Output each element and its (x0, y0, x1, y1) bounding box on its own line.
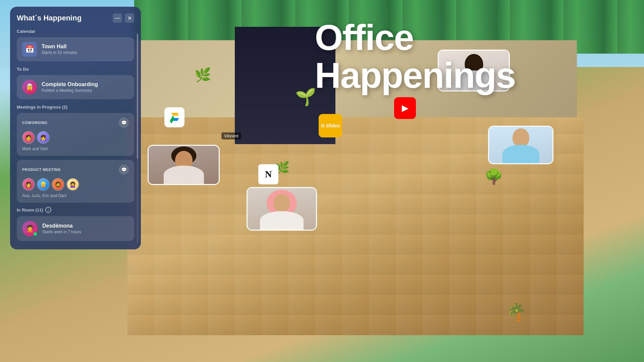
plant-icon-4: 🌳 (484, 168, 503, 185)
plant-icon-2: 🌱 (295, 87, 316, 107)
google-slides-icon: G Slides (319, 114, 342, 137)
todo-item-card[interactable]: 🧝 Complete Onboarding Publish a Meeting … (17, 75, 134, 99)
meeting-coworking-name: COWORKING (22, 121, 47, 125)
coworking-avatar-2: 👧 (37, 131, 50, 144)
in-room-avatar-wrap: 🧑‍🦱 (22, 221, 38, 236)
video-thumb-1 (438, 50, 510, 92)
meeting-product-chat-button[interactable]: 💬 (119, 165, 129, 175)
todo-info: Complete Onboarding Publish a Meeting Su… (42, 81, 98, 93)
youtube-icon: ▶ (394, 97, 416, 119)
calendar-event-info: Town Hall Starts in 52 minutes (42, 44, 77, 55)
meeting-coworking-members: Mark and Vish (22, 146, 129, 151)
meeting-product-header: PRODUCT MEETING 💬 (22, 165, 129, 175)
meeting-product-name: PRODUCT MEETING (22, 168, 61, 172)
product-avatar-1: 👩 (22, 178, 35, 191)
video-thumb-4 (247, 187, 317, 231)
coworking-avatar-1: 🧑 (22, 131, 35, 144)
meeting-product-card: PRODUCT MEETING 💬 👩 👱 🧔 👩‍🦱 Ana, JuJu, E… (17, 160, 134, 203)
calendar-event-subtitle: Starts in 52 minutes (42, 50, 77, 55)
meeting-coworking-chat-button[interactable]: 💬 (119, 118, 129, 128)
google-drive-icon (164, 107, 184, 127)
calendar-event-title: Town Hall (42, 44, 77, 50)
calendar-section-label: Calendar (17, 29, 134, 34)
product-avatar-3: 🧔 (52, 178, 64, 191)
scrollbar-thumb[interactable] (137, 34, 138, 159)
todo-subtitle: Publish a Meeting Summary (42, 88, 98, 93)
panel-header: What´s Happening — ✕ (17, 13, 134, 23)
meeting-product-members: Ana, JuJu, Eric and Dani (22, 193, 129, 198)
in-room-person-subtitle: Starts work in 7 hours (42, 230, 81, 234)
in-room-section-label: In Room (11) (17, 207, 43, 213)
panel-controls: — ✕ (113, 13, 134, 23)
calendar-emoji: 📅 (25, 45, 34, 54)
calendar-icon: 📅 (22, 42, 37, 57)
calendar-event-card[interactable]: 📅 Town Hall Starts in 52 minutes (17, 37, 134, 61)
in-room-person-info: Desdémona Starts work in 7 hours (42, 223, 81, 234)
in-room-person-name: Desdémona (42, 223, 81, 229)
plant-icon-5: 🌴 (506, 302, 527, 322)
scrollbar-track[interactable] (137, 34, 138, 243)
meeting-product-avatars: 👩 👱 🧔 👩‍🦱 (22, 178, 129, 191)
todo-avatar-emoji: 🧝 (25, 83, 34, 91)
todo-avatar: 🧝 (22, 80, 37, 95)
plant-icon-1: 🌿 (195, 67, 211, 83)
in-room-info-icon[interactable]: i (45, 207, 51, 213)
panel-title: What´s Happening (17, 14, 82, 22)
meeting-coworking-avatars: 🧑 👧 (22, 131, 129, 144)
whats-happening-panel: What´s Happening — ✕ Calendar 📅 Town Hal… (10, 7, 141, 249)
vincent-nametag: Vincent (221, 132, 241, 139)
product-avatar-2: 👱 (37, 178, 50, 191)
meeting-coworking-card: COWORKING 💬 🧑 👧 Mark and Vish (17, 113, 134, 156)
video-thumb-2 (148, 145, 220, 185)
product-avatar-4: 👩‍🦱 (66, 178, 79, 191)
minimize-button[interactable]: — (113, 13, 122, 23)
online-status-dot (34, 232, 37, 236)
close-button[interactable]: ✕ (125, 13, 134, 23)
in-room-person-card[interactable]: 🧑‍🦱 Desdémona Starts work in 7 hours (17, 216, 134, 241)
todo-section-label: To Do (17, 67, 134, 72)
video-thumb-3 (488, 126, 553, 164)
meetings-section-label: Meetings in Progress (2) (17, 105, 134, 110)
todo-title: Complete Onboarding (42, 81, 98, 87)
in-room-avatar-emoji: 🧑‍🦱 (26, 225, 34, 233)
notion-icon: N (258, 164, 278, 184)
meeting-coworking-header: COWORKING 💬 (22, 118, 129, 128)
in-room-section-header: In Room (11) i (17, 207, 134, 213)
